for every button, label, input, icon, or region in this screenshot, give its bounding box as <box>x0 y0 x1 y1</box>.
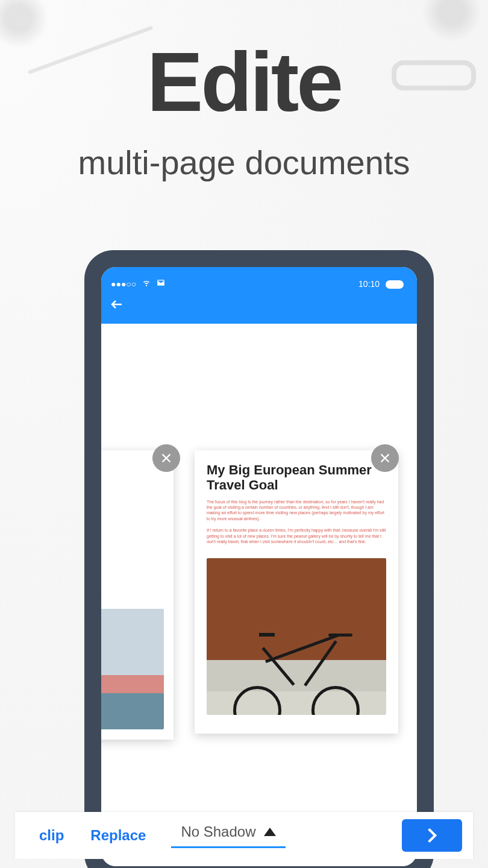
close-page-main-button[interactable] <box>371 444 399 472</box>
shadow-select-label: No Shadow <box>181 823 255 840</box>
page-left-subtitle-fragment: pean vel Goal <box>101 571 164 600</box>
signal-icon: ●●●○○ <box>111 279 136 289</box>
status-right: 10:10 <box>358 279 407 289</box>
status-bar: ●●●○○ 10:10 <box>101 267 417 289</box>
bottom-toolbar: clip Replace No Shadow <box>15 812 473 859</box>
page-left-image <box>101 609 164 729</box>
back-arrow-icon[interactable] <box>110 297 124 315</box>
mail-icon <box>157 279 165 289</box>
wifi-icon <box>142 279 153 289</box>
clip-button[interactable]: clip <box>26 827 77 844</box>
next-button[interactable] <box>402 819 462 852</box>
replace-button[interactable]: Replace <box>77 827 159 844</box>
page-main-paragraph-1: The focus of this blog is the journey ra… <box>207 499 386 522</box>
close-page-left-button[interactable] <box>152 444 180 472</box>
headline-subtitle: multi-page documents <box>0 143 488 182</box>
page-main-photo <box>207 558 386 715</box>
status-time: 10:10 <box>358 279 380 289</box>
phone-screen: ●●●○○ 10:10 <box>101 267 417 866</box>
page-thumbnail-main[interactable]: My Big European Summer Travel Goal The f… <box>195 450 398 734</box>
app-bar <box>101 289 417 324</box>
phone-frame: ●●●○○ 10:10 <box>84 250 434 868</box>
document-area[interactable]: el pean vel Goal My Big European Summer … <box>101 324 417 866</box>
page-main-title: My Big European Summer Travel Goal <box>207 462 386 493</box>
dropdown-up-icon <box>264 828 276 836</box>
shadow-select[interactable]: No Shadow <box>171 823 286 848</box>
page-main-paragraph-2: If I return to a favorite place a dozen … <box>207 527 386 544</box>
page-thumbnail-left[interactable]: el pean vel Goal <box>101 450 174 740</box>
battery-icon <box>386 280 404 289</box>
status-left: ●●●○○ <box>111 278 169 289</box>
headline-title: Edite <box>0 33 488 131</box>
headline: Edite multi-page documents <box>0 33 488 182</box>
